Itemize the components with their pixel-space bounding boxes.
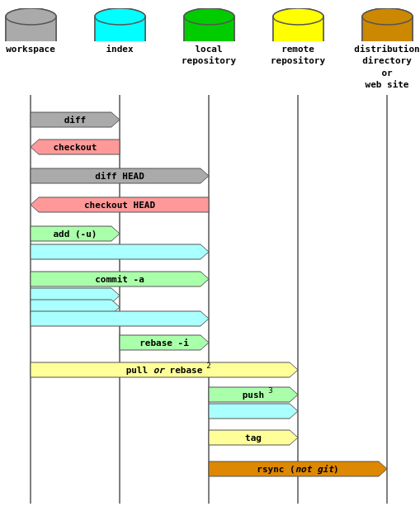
- svg-marker-8: [31, 226, 120, 241]
- svg-text:checkout HEAD: checkout HEAD: [84, 200, 155, 211]
- svg-marker-21: [209, 387, 298, 402]
- arrow-4: add (-u): [31, 226, 120, 241]
- arrow-5: [31, 244, 209, 259]
- svg-text:commit -a: commit -a: [95, 274, 144, 285]
- arrow-6: commit -a: [31, 272, 209, 286]
- cylinder-local_repo: local repository: [182, 8, 236, 68]
- arrow-13: [209, 404, 298, 419]
- arrow-2: diff HEAD: [31, 168, 209, 183]
- arrow-14: tag: [209, 430, 298, 445]
- svg-marker-11: [31, 272, 209, 286]
- svg-text:3: 3: [268, 386, 272, 395]
- svg-marker-18: [31, 362, 298, 377]
- cylinder-workspace: workspace: [4, 8, 58, 55]
- cylinder-shape-dist_dir: [361, 8, 414, 41]
- cylinder-dist_dir: distribution directory or web site: [361, 8, 414, 91]
- svg-text:diff HEAD: diff HEAD: [95, 171, 144, 182]
- svg-marker-14: [31, 300, 120, 315]
- svg-text:tag: tag: [245, 433, 262, 443]
- cylinder-shape-workspace: [4, 8, 58, 41]
- cylinder-index: index: [93, 8, 147, 55]
- svg-marker-25: [209, 430, 298, 445]
- cylinder-shape-index: [93, 8, 147, 41]
- cylinder-label-local_repo: local repository: [182, 44, 236, 68]
- arrow-10: rebase -i: [120, 335, 209, 350]
- svg-text:add (-u): add (-u): [54, 229, 97, 239]
- cylinder-label-remote_repo: remote repository: [271, 44, 325, 68]
- cylinder-shape-remote_repo: [271, 8, 325, 41]
- cylinder-remote_repo: remote repository: [271, 8, 325, 68]
- cylinder-label-workspace: workspace: [6, 44, 55, 55]
- svg-text:push: push: [243, 390, 265, 400]
- svg-marker-2: [31, 140, 120, 154]
- arrow-7: [31, 288, 120, 303]
- svg-point-35: [6, 8, 56, 25]
- arrow-0: diff: [31, 112, 120, 127]
- svg-point-42: [95, 8, 145, 25]
- cylinder-label-dist_dir: distribution directory or web site: [354, 44, 419, 91]
- svg-marker-15: [31, 311, 209, 326]
- svg-point-63: [362, 8, 413, 25]
- cylinder-shape-local_repo: [182, 8, 236, 41]
- git-workflow-diagram: diffcheckoutdiff HEADcheckout HEADadd (-…: [0, 0, 420, 530]
- arrow-9: [31, 311, 209, 326]
- svg-marker-10: [31, 244, 209, 259]
- arrow-3: checkout HEAD: [31, 197, 209, 212]
- svg-marker-13: [31, 288, 120, 303]
- arrow-1: checkout: [31, 140, 120, 154]
- svg-text:rsync (not git): rsync (not git): [257, 464, 338, 475]
- svg-marker-6: [31, 197, 209, 212]
- arrow-8: [31, 300, 120, 315]
- svg-point-49: [184, 8, 234, 25]
- cylinder-label-index: index: [106, 44, 133, 55]
- svg-text:diff: diff: [64, 115, 87, 125]
- svg-marker-24: [209, 404, 298, 419]
- svg-marker-4: [31, 168, 209, 183]
- svg-point-56: [273, 8, 323, 25]
- svg-text:rebase -i: rebase -i: [139, 338, 189, 348]
- svg-text:checkout: checkout: [54, 142, 97, 153]
- svg-marker-16: [120, 335, 209, 350]
- svg-text:2: 2: [206, 362, 210, 370]
- arrow-12: push3: [209, 386, 298, 402]
- svg-text:pull or rebase: pull or rebase: [126, 365, 203, 376]
- svg-marker-27: [209, 461, 387, 476]
- arrow-15: rsync (not git): [209, 461, 387, 476]
- arrow-11: pull or rebase2: [31, 362, 298, 377]
- svg-marker-0: [31, 112, 120, 127]
